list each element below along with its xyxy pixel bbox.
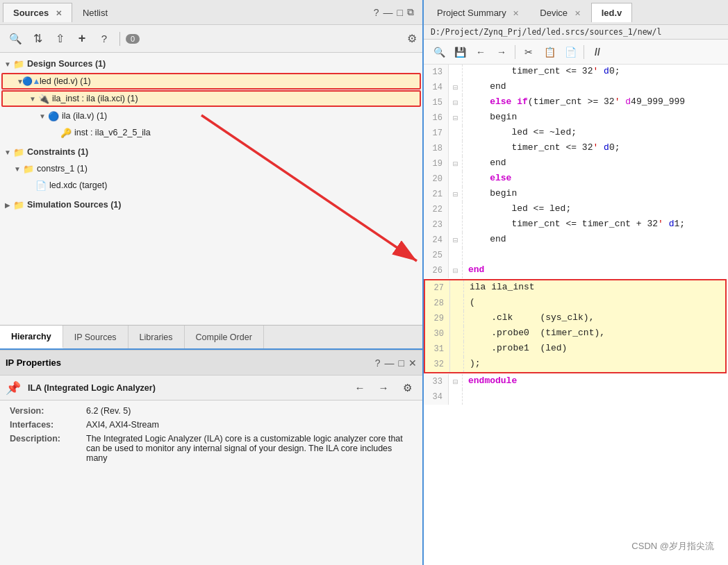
add-button[interactable]: +	[72, 30, 92, 48]
ip-gear-button[interactable]: ⚙	[397, 379, 417, 397]
tree-group-design-sources[interactable]: ▼ 📁 Design Sources (1)	[0, 56, 422, 72]
tree-item-inst[interactable]: ▶ 🔑 inst : ila_v6_2_5_ila	[0, 124, 422, 141]
ip-version-label: Version:	[10, 406, 86, 416]
tree-item-ila[interactable]: ▼ 🔵 ila (ila.v) (1)	[0, 108, 422, 124]
sources-toolbar: 🔍 ⇅ ⇧ + ? 0 ⚙	[0, 25, 422, 53]
tab-sources[interactable]: Sources ✕	[3, 3, 72, 22]
expand-ila[interactable]: ▼	[38, 112, 47, 120]
tree-item-constrs1[interactable]: ▼ 📁 constrs_1 (1)	[0, 160, 422, 177]
ip-properties-title: IP Properties	[6, 357, 375, 368]
tab-device[interactable]: Device ✕	[529, 3, 590, 22]
search-button[interactable]: 🔍	[6, 30, 25, 48]
code-line-25: 25	[424, 248, 728, 263]
code-line-20: 20 else	[424, 171, 728, 187]
code-line-33: 33 ⊟ endmodule	[424, 374, 728, 389]
verilog2-icon: 🔵	[47, 110, 60, 122]
bottom-tab-ip-sources[interactable]: IP Sources	[63, 326, 129, 348]
code-back-button[interactable]: ←	[471, 43, 490, 61]
code-cut-button[interactable]: ✂	[519, 43, 538, 61]
code-line-21: 21 ⊟ begin	[424, 187, 728, 202]
code-line-34: 34	[424, 389, 728, 405]
expand-simulation[interactable]: ▶	[3, 201, 13, 209]
project-summary-close[interactable]: ✕	[513, 9, 519, 17]
maximize-icon[interactable]: □	[397, 7, 403, 18]
code-save-button[interactable]: 💾	[450, 43, 470, 61]
code-line-24: 24 ⊟ end	[424, 233, 728, 248]
tab-project-summary[interactable]: Project Summary ✕	[427, 3, 529, 22]
led-xdc-label: led.xdc (target)	[49, 180, 107, 190]
bottom-tab-compile-order[interactable]: Compile Order	[185, 326, 264, 348]
no-expand-xdc: ▶	[25, 182, 35, 189]
ila-inst-label: ila_inst : ila (ila.xci) (1)	[52, 94, 138, 103]
expand-constraints[interactable]: ▼	[3, 149, 13, 156]
tab-sources-close[interactable]: ✕	[56, 9, 62, 17]
tree-item-led-xdc[interactable]: ▶ 📄 led.xdc (target)	[0, 177, 422, 194]
verilog-icon: 🔵▲	[25, 75, 38, 87]
ip-version-row: Version: 6.2 (Rev. 5)	[10, 406, 413, 416]
badge-count: 0	[126, 34, 140, 44]
ip-maximize-icon[interactable]: □	[399, 357, 404, 369]
led-label: led (led.v) (1)	[40, 76, 91, 86]
help-icon[interactable]: ?	[374, 7, 379, 18]
expand-design-sources[interactable]: ▼	[3, 60, 13, 68]
tab-netlist[interactable]: Netlist	[72, 3, 118, 22]
ip-minimize-icon[interactable]: —	[385, 357, 395, 369]
sources-tab-bar: Sources ✕ Netlist ? — □ ⧉	[0, 0, 422, 25]
inst-label: inst : ila_v6_2_5_ila	[74, 128, 151, 137]
ip-forward-button[interactable]: →	[374, 379, 393, 397]
right-toolbar-sep	[515, 45, 515, 59]
tree-item-led[interactable]: ▼ 🔵▲ led (led.v) (1)	[1, 73, 421, 90]
code-line-14: 14 ⊟ end	[424, 80, 728, 95]
ip-back-button[interactable]: ←	[350, 379, 370, 397]
ip-help-icon[interactable]: ?	[375, 357, 381, 369]
tree-area: ▼ 📁 Design Sources (1) ▼ 🔵▲ led (led.v) …	[0, 53, 422, 325]
constraints-folder-icon: 📁	[13, 146, 25, 158]
design-sources-label: Design Sources (1)	[27, 59, 106, 69]
code-search-button[interactable]: 🔍	[429, 43, 449, 61]
tree-item-ila-inst[interactable]: ▼ 🔌 ila_inst : ila (ila.xci) (1)	[1, 90, 421, 107]
ip-description-value: The Integrated Logic Analyzer (ILA) core…	[86, 434, 413, 463]
ip-close-icon[interactable]: ✕	[408, 357, 417, 369]
gear-icon[interactable]: ⚙	[407, 32, 417, 45]
code-paste-button[interactable]: 📄	[561, 43, 580, 61]
ip-content-area: Version: 6.2 (Rev. 5) Interfaces: AXI4, …	[0, 400, 422, 565]
code-editor[interactable]: 13 timer_cnt <= 32' d0; 14 ⊟ end 15 ⊟ el…	[424, 65, 728, 565]
ip-version-value: 6.2 (Rev. 5)	[86, 406, 413, 416]
code-line-27: 27 ila ila_inst	[425, 280, 725, 296]
code-copy-button[interactable]: 📋	[540, 43, 559, 61]
file-path-bar: D:/Project/Zynq_Prj/led/led.srcs/sources…	[424, 25, 728, 40]
code-block-highlight: 27 ila ila_inst 28 ( 29 .clk (sys_clk), …	[424, 279, 727, 373]
code-line-16: 16 ⊟ begin	[424, 110, 728, 126]
ip-interfaces-row: Interfaces: AXI4, AXI4-Stream	[10, 420, 413, 430]
bottom-tab-libraries[interactable]: Libraries	[129, 326, 185, 348]
expand-constrs1[interactable]: ▼	[13, 165, 22, 173]
help2-button[interactable]: ?	[94, 30, 114, 48]
code-line-23: 23 timer_cnt <= timer_cnt + 32' d1;	[424, 217, 728, 233]
file-path: D:/Project/Zynq_Prj/led/led.srcs/sources…	[431, 27, 661, 37]
code-line-31: 31 .probe1 (led)	[425, 341, 725, 357]
constrs-folder-icon: 📁	[22, 162, 35, 175]
ip-interfaces-value: AXI4, AXI4-Stream	[86, 420, 413, 430]
code-line-26: 26 ⊟ end	[424, 263, 728, 278]
toolbar-sep	[119, 32, 120, 46]
collapse-button[interactable]: ⇧	[50, 30, 69, 48]
ip-icon: 🔌	[38, 92, 50, 105]
bottom-tab-bar: Hierarchy IP Sources Libraries Compile O…	[0, 325, 422, 350]
device-close[interactable]: ✕	[574, 9, 581, 17]
code-forward-button[interactable]: →	[492, 43, 511, 61]
code-line-15: 15 ⊟ else if(timer_cnt >= 32' d49_999_99…	[424, 95, 728, 110]
tab-led-v[interactable]: led.v	[591, 3, 633, 22]
bottom-tab-hierarchy[interactable]: Hierarchy	[0, 326, 63, 348]
minimize-icon[interactable]: —	[383, 7, 393, 18]
ila-label: ila (ila.v) (1)	[62, 111, 107, 121]
code-line-32: 32 );	[425, 357, 725, 372]
folder-icon: 📁	[13, 58, 25, 70]
sort-button[interactable]: ⇅	[28, 30, 47, 48]
tree-group-constraints[interactable]: ▼ 📁 Constraints (1)	[0, 144, 422, 160]
xdc-icon: 📄	[35, 179, 47, 192]
tree-group-simulation[interactable]: ▶ 📁 Simulation Sources (1)	[0, 196, 422, 213]
expand-ila-inst[interactable]: ▼	[28, 95, 38, 103]
float-icon[interactable]: ⧉	[407, 6, 414, 18]
code-comment-button[interactable]: //	[588, 43, 607, 61]
code-line-28: 28 (	[425, 296, 725, 311]
